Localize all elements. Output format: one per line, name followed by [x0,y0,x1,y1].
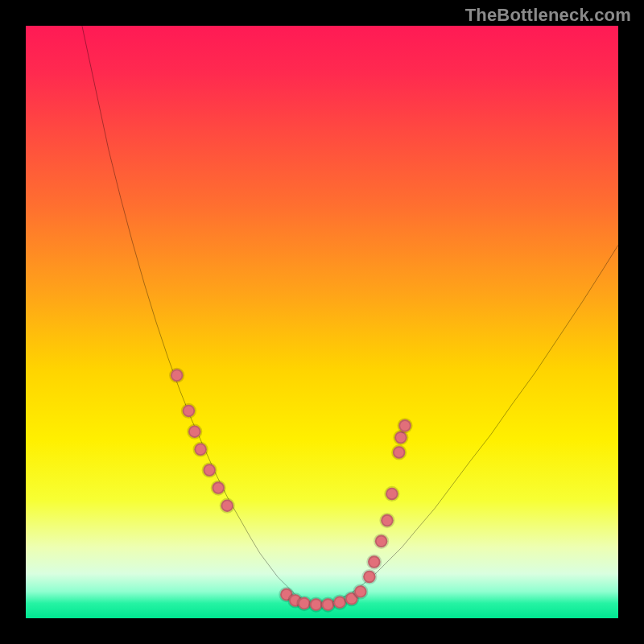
chart-stage: TheBottleneck.com [0,0,644,644]
marker-dot [381,514,393,526]
marker-dot [212,481,224,493]
marker-dot [354,585,366,597]
marker-dot [398,419,411,431]
right-rise-curve [316,245,618,606]
left-decline-curve [82,26,316,606]
watermark-label: TheBottleneck.com [465,5,631,26]
plot-area [26,26,618,618]
marker-dot [386,488,398,500]
marker-dot [194,444,206,456]
curve-layer [26,26,618,618]
marker-dot [171,369,183,382]
marker-dot [375,535,387,547]
marker-dot [363,571,375,583]
marker-dot [183,405,195,417]
marker-dot [203,464,215,476]
data-markers [171,369,411,611]
marker-dot [393,446,405,458]
marker-dot [188,425,200,437]
marker-dot [322,598,334,610]
marker-dot [221,499,233,511]
marker-dot [368,555,380,568]
